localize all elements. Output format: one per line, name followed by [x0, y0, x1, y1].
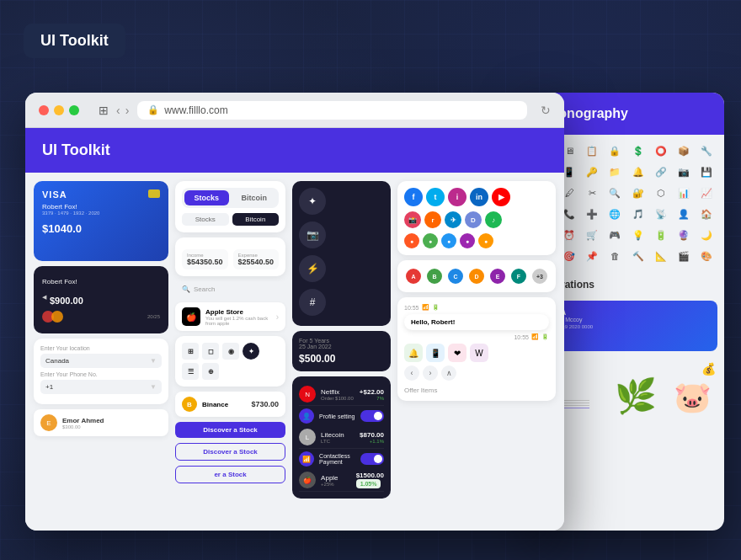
avatar-row: A B C D E F +3	[404, 267, 549, 285]
content-grid: VISA Robert Fox! 3379 · 1479 · 1932 · 20…	[25, 173, 564, 531]
stocks-tab2[interactable]: Stocks	[182, 213, 229, 226]
refresh-icon[interactable]: ↻	[541, 104, 551, 117]
app-icons-row: 🔔 📱 ❤ W	[404, 344, 549, 362]
app-icon[interactable]: W	[470, 344, 488, 362]
avatar-4: D	[467, 267, 486, 285]
user-amount: $300.00	[62, 424, 104, 429]
photo-icon[interactable]: 📸	[404, 211, 421, 228]
profile-setting-row[interactable]: 👤 Profile setting	[299, 406, 384, 426]
prev-btn[interactable]: ‹	[404, 365, 419, 381]
linkedin-icon[interactable]: in	[470, 188, 488, 206]
binance-info: Binance	[202, 401, 247, 408]
icon-cell[interactable]: ☰	[182, 363, 199, 380]
profile-toggle[interactable]	[360, 410, 384, 422]
discover-primary-btn[interactable]: Discover a Stock	[175, 422, 285, 438]
social-icons-row2: 📸 r ✈ D ♪	[404, 211, 549, 228]
forward-arrow[interactable]: ›	[125, 104, 130, 117]
icon-battery: 🔋	[652, 226, 670, 244]
netflix-info: Netflix Order $100.00	[321, 388, 360, 401]
visa-card-illustration: VISA Antwon Mccoy 3379 36x9 2020 0000	[537, 301, 717, 351]
icon-cell[interactable]: ⊞	[182, 343, 199, 360]
up-btn[interactable]: ∧	[441, 365, 456, 381]
search-bar[interactable]: 🔍 Search	[175, 281, 285, 297]
netflix-icon: N	[299, 386, 316, 403]
offer-items-label: Offer Items	[404, 387, 549, 394]
icon-game: 🎮	[605, 226, 624, 244]
app-icon[interactable]: 🔔	[404, 344, 423, 362]
maximize-button[interactable]	[69, 105, 79, 115]
icon-music: 🎵	[629, 205, 648, 223]
spotify-icon[interactable]: ♪	[485, 211, 502, 228]
youtube-icon[interactable]: ▶	[492, 188, 510, 206]
icon-lock2: 🔐	[629, 184, 648, 202]
icon-film: 🎬	[674, 247, 693, 265]
litecoin-row: L Litecoin LTC $870.00 +1.1%	[299, 426, 384, 449]
location-input[interactable]: Canada ▼	[40, 354, 162, 368]
icon-trending: 📈	[697, 184, 716, 202]
icon-cell-dark[interactable]: ✦	[243, 343, 259, 360]
sidebar-icon: ⊞	[96, 103, 111, 118]
address-bar[interactable]: 🔒 www.filllo.com	[137, 101, 527, 120]
discord-icon[interactable]: D	[465, 211, 482, 228]
app-icon[interactable]: 📱	[426, 344, 445, 362]
reddit-icon[interactable]: r	[424, 211, 441, 228]
discover-outline-btn[interactable]: Discover a Stock	[175, 443, 285, 461]
browser-nav: ⊞ ‹ ›	[88, 103, 129, 118]
facebook-icon[interactable]: f	[404, 188, 423, 206]
stocks-tab[interactable]: Stocks	[184, 190, 229, 205]
circle-btn-4[interactable]: #	[299, 289, 326, 316]
next-btn[interactable]: ›	[423, 365, 438, 381]
traffic-lights	[39, 105, 79, 115]
discover-outline2-btn[interactable]: er a Stock	[175, 466, 285, 483]
back-arrow[interactable]: ‹	[116, 104, 120, 117]
colored-circles-row: ● ● ● ● ●	[404, 233, 549, 248]
icon-save: 💾	[697, 163, 716, 181]
phone-input[interactable]: +1 ▼	[40, 380, 162, 394]
avatar-group-card: A B C D E F +3	[397, 260, 556, 292]
twitter-icon[interactable]: t	[426, 188, 445, 206]
card-number-illustration: 3379 36x9 2020 0000	[544, 324, 711, 329]
icon-cart: 🛒	[583, 226, 601, 244]
icon-cell[interactable]: ⊕	[202, 363, 219, 380]
icon-plus: ➕	[583, 205, 601, 223]
minimize-button[interactable]	[54, 105, 64, 115]
telegram-icon[interactable]: ✈	[445, 211, 461, 228]
avatar-3: C	[446, 267, 465, 285]
circle-btn-1[interactable]: ✦	[299, 188, 326, 215]
savings-date: 25 Jan 2022	[299, 344, 384, 349]
savings-label: For 5 Years	[299, 338, 384, 344]
card-chip	[148, 189, 160, 198]
icon-clipboard: 📋	[583, 141, 601, 160]
icon-cell[interactable]: ◻	[202, 343, 219, 360]
apple-store-item[interactable]: 🍎 Apple Store You will get 1.2% cash bac…	[175, 302, 285, 331]
circle-btn-2[interactable]: 📷	[299, 221, 326, 248]
balance-row: Income $54350.50 Expense $25540.50	[182, 249, 279, 269]
contactless-row[interactable]: 📶 Contactless Payment	[299, 449, 384, 469]
icon-crystal: 🔮	[674, 226, 693, 244]
circle-btn-3[interactable]: ⚡	[299, 255, 326, 282]
icon-bell: 🔔	[629, 163, 648, 181]
icon-tool: 🔧	[697, 141, 716, 160]
store-subtitle: You will get 1.2% cash back from apple	[205, 316, 271, 326]
panel-title: UI Toolkit	[42, 141, 110, 158]
icon-pin: 📌	[583, 247, 601, 265]
litecoin-amount: $870.00 +1.1%	[360, 431, 384, 444]
status-row2: 10:55 📶 🔋	[404, 333, 549, 340]
browser-content: UI Toolkit VISA Robert Fox! 3379 · 1479 …	[25, 128, 564, 531]
bitcoin-tab[interactable]: Bitcoin	[232, 190, 277, 205]
instagram-icon[interactable]: i	[448, 188, 466, 206]
app-icon[interactable]: ❤	[448, 344, 466, 362]
avatar-2: B	[425, 267, 444, 285]
bitcoin-tab2[interactable]: Bitcoin	[232, 213, 280, 226]
search-placeholder: Search	[194, 285, 215, 293]
icon-cell[interactable]: ◉	[222, 343, 239, 360]
litecoin-info: Litecoin LTC	[321, 431, 360, 444]
icon-key: 🔑	[583, 163, 601, 181]
tab-group-card: Stocks Bitcoin Stocks Bitcoin	[175, 181, 285, 232]
icon-palette: 🎨	[697, 247, 716, 265]
contactless-toggle[interactable]	[360, 453, 384, 465]
close-button[interactable]	[39, 105, 49, 115]
binance-amount: $730.00	[252, 400, 280, 408]
income-item: Income $54350.50	[182, 249, 228, 269]
store-chevron: ›	[276, 312, 279, 322]
